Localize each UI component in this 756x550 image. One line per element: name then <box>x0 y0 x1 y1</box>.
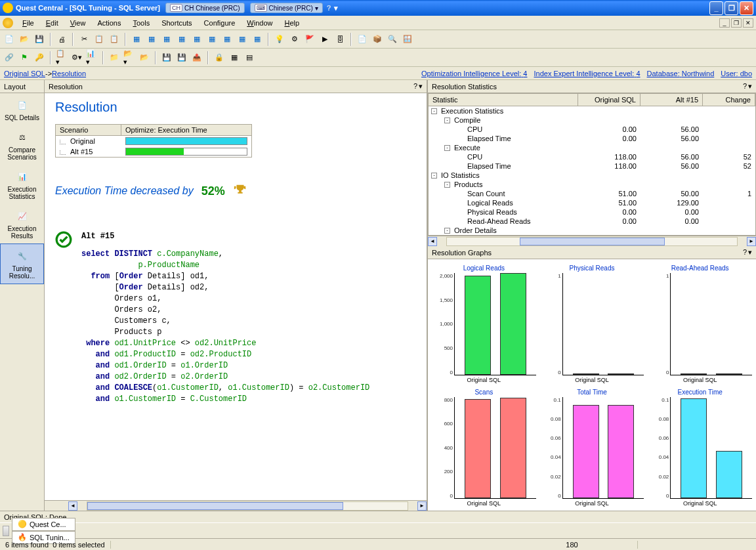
search-icon[interactable]: 🔍 <box>386 33 399 46</box>
folder-new-icon[interactable]: 📁 <box>108 51 121 64</box>
stats-row[interactable]: -Execute <box>429 143 755 152</box>
window-icon[interactable]: 🪟 <box>401 33 414 46</box>
cut-icon[interactable]: ✂ <box>77 33 91 46</box>
expand-icon[interactable]: - <box>431 173 437 179</box>
flag-green-icon[interactable]: ⚑ <box>18 51 31 64</box>
bulb-icon[interactable]: 💡 <box>273 33 286 46</box>
help-icon[interactable]: ? <box>743 248 747 257</box>
menu-shortcuts[interactable]: Shortcuts <box>156 18 197 28</box>
flag-icon[interactable]: 🚩 <box>303 33 316 46</box>
mdi-minimize-button[interactable]: _ <box>719 18 730 28</box>
stats-hscroll[interactable]: ◄► <box>428 236 756 246</box>
stats-row[interactable]: -Products <box>429 180 755 189</box>
menu-file[interactable]: FFileile <box>17 18 39 28</box>
play-icon[interactable]: ▶ <box>318 33 331 46</box>
help-icon[interactable]: ? <box>413 82 417 91</box>
stats-row[interactable]: CPU 118.00 56.00 52 <box>429 152 755 161</box>
help-icon[interactable]: ? <box>743 82 747 91</box>
copy-icon[interactable]: 📋 <box>93 33 106 46</box>
crumb-resolution[interactable]: Resolution <box>52 70 86 77</box>
close-button[interactable]: ✕ <box>740 1 753 15</box>
menu-configure[interactable]: Configure <box>199 18 241 28</box>
tab-scroll-icon[interactable] <box>3 526 9 536</box>
stats-row[interactable]: Physical Reads 0.00 0.00 <box>429 207 755 217</box>
tool-icon[interactable]: ▦ <box>236 33 249 46</box>
db-icon[interactable]: 🗄 <box>333 33 346 46</box>
stats-row[interactable]: Elapsed Time 0.00 56.00 <box>429 134 755 143</box>
tool-icon[interactable]: ▦ <box>190 33 203 46</box>
minimize-button[interactable]: _ <box>709 1 723 15</box>
collapse-icon[interactable]: ▾ <box>748 248 752 257</box>
user-link[interactable]: User: dbo <box>721 70 752 77</box>
expand-icon[interactable]: - <box>444 228 450 234</box>
dd-icon[interactable]: 📊▾ <box>85 51 98 64</box>
menu-view[interactable]: View <box>65 18 91 28</box>
menu-help[interactable]: Help <box>279 18 304 28</box>
page-icon[interactable]: 📄 <box>356 33 369 46</box>
idx-level[interactable]: Index Expert Intelligence Level: 4 <box>534 70 640 77</box>
folder-open-icon[interactable]: 📂 <box>138 51 151 64</box>
paste-icon[interactable]: 📋 <box>108 33 121 46</box>
expand-icon[interactable]: - <box>444 145 450 151</box>
gear-icon[interactable]: ⚙ <box>288 33 301 46</box>
layout-item-execution-results[interactable]: 📈Execution Results <box>0 204 44 243</box>
mdi-close-button[interactable]: ✕ <box>743 18 753 28</box>
new-icon[interactable]: 📄 <box>3 33 16 46</box>
dd-icon[interactable]: 📋▾ <box>55 51 68 64</box>
tool-icon[interactable]: ▦ <box>160 33 173 46</box>
layout-item-execution-statistics[interactable]: 📊Execution Statistics <box>0 165 44 204</box>
save-icon[interactable]: 💾 <box>33 33 46 46</box>
link-icon[interactable]: 🔗 <box>3 51 16 64</box>
menu-tools[interactable]: Tools <box>127 18 155 28</box>
table-icon[interactable]: ▤ <box>243 51 256 64</box>
mdi-restore-button[interactable]: ❐ <box>731 18 742 28</box>
menu-actions[interactable]: Actions <box>92 18 126 28</box>
stats-hdr-change[interactable]: Change <box>703 94 755 106</box>
close-panel-icon[interactable]: ▾ <box>419 82 423 91</box>
layout-item-compare-scenarios[interactable]: ⚖Compare Scenarios <box>0 125 44 165</box>
expand-icon[interactable]: - <box>444 182 450 188</box>
stats-row[interactable]: -IO Statistics <box>429 171 755 180</box>
menu-edit[interactable]: Edit <box>41 18 64 28</box>
open-icon[interactable]: 📂 <box>18 33 31 46</box>
stats-hdr-original[interactable]: Original SQL <box>578 94 640 106</box>
maximize-button[interactable]: ❐ <box>724 1 738 15</box>
folder-icon[interactable]: 📂▾ <box>123 51 136 64</box>
tool-icon[interactable]: ▦ <box>130 33 143 46</box>
collapse-icon[interactable]: ▾ <box>748 82 752 91</box>
lang-indicator-1[interactable]: CHCH Chinese (PRC) <box>165 3 244 13</box>
save-icon[interactable]: 💾 <box>160 51 173 64</box>
saveall-icon[interactable]: 💾 <box>175 51 188 64</box>
export-icon[interactable]: 📤 <box>190 51 203 64</box>
stats-row[interactable]: -Compile <box>429 116 755 125</box>
menu-window[interactable]: Window <box>242 18 278 28</box>
dd-icon[interactable]: ⚙▾ <box>70 51 83 64</box>
box-icon[interactable]: 📦 <box>371 33 384 46</box>
crumb-original-sql[interactable]: Original SQL <box>4 70 45 77</box>
print-icon[interactable]: 🖨 <box>55 33 68 46</box>
expand-icon[interactable]: - <box>444 117 450 123</box>
stats-row[interactable]: Read-Ahead Reads 0.00 0.00 <box>429 217 755 226</box>
expand-icon[interactable]: - <box>431 108 437 114</box>
layout-item-tuning-resolu-[interactable]: 🔧Tuning Resolu... <box>0 243 44 284</box>
layout-item-sql-details[interactable]: 📄SQL Details <box>0 93 44 125</box>
tool-icon[interactable]: ▦ <box>205 33 219 46</box>
lock-icon[interactable]: 🔒 <box>213 51 226 64</box>
stats-row[interactable]: CPU 0.00 56.00 <box>429 125 755 134</box>
stats-row[interactable]: Elapsed Time 118.00 56.00 52 <box>429 161 755 171</box>
grid-icon[interactable]: ▦ <box>228 51 241 64</box>
task-tab[interactable]: 🟡Quest Ce... <box>12 518 75 531</box>
stats-hdr-statistic[interactable]: Statistic <box>429 94 578 106</box>
tool-icon[interactable]: ▦ <box>175 33 188 46</box>
tool-icon[interactable]: ▦ <box>220 33 234 46</box>
stats-row[interactable]: -Execution Statistics <box>429 106 755 116</box>
stats-row[interactable]: Scan Count 51.00 50.00 1 <box>429 189 755 198</box>
opt-level[interactable]: Optimization Intelligence Level: 4 <box>421 70 527 77</box>
stats-row[interactable]: Logical Reads 51.00 129.00 <box>429 198 755 207</box>
horizontal-scrollbar[interactable]: ◄ ► <box>45 500 427 511</box>
tool-icon[interactable]: ▦ <box>251 33 264 46</box>
db-link[interactable]: Database: Northwind <box>647 70 715 77</box>
stats-hdr-alt[interactable]: Alt #15 <box>640 94 703 106</box>
key-icon[interactable]: 🔑 <box>33 51 46 64</box>
tool-icon[interactable]: ▦ <box>145 33 158 46</box>
